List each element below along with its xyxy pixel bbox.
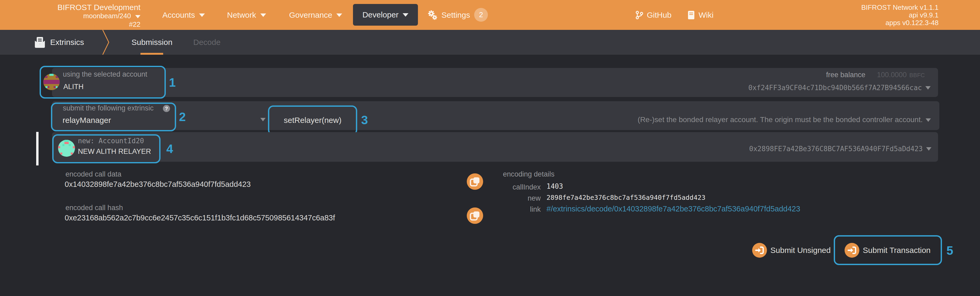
annotation-box-3 — [268, 106, 357, 135]
free-balance-unit: BBFC — [909, 72, 925, 79]
chevron-down-icon — [199, 13, 205, 17]
chevron-down-icon — [402, 13, 409, 17]
copy-call-hash-button[interactable] — [467, 208, 483, 224]
menu-settings[interactable]: Settings — [441, 11, 470, 19]
version-network: BIFROST Network v1.1.1 — [861, 4, 939, 11]
github-icon — [636, 11, 643, 19]
param-indent-bar — [36, 132, 38, 165]
chain-block-number: #22 — [0, 20, 140, 29]
annotation-number-2: 2 — [179, 111, 186, 123]
menu-governance[interactable]: Governance — [289, 11, 342, 19]
tab-active-underline — [140, 53, 163, 55]
annotation-box-5 — [834, 235, 942, 265]
chain-network-label: moonbeam/240 — [83, 12, 131, 20]
top-menu-bar: BIFROST Development moonbeam/240 #22 Acc… — [0, 0, 980, 30]
chain-network: moonbeam/240 — [0, 12, 140, 20]
chevron-down-icon — [926, 118, 931, 122]
detail-key-link: link — [530, 205, 541, 214]
detail-value-link[interactable]: #/extrinsics/decode/0x14032898fe7a42be37… — [547, 205, 800, 213]
mail-icon — [34, 36, 45, 48]
account-select-field[interactable] — [52, 68, 938, 97]
section-title: Extrinsics — [50, 38, 84, 47]
encoding-details-label: encoding details — [503, 170, 554, 178]
param-address-row[interactable]: 0x2898FE7a42Be376C8BC7AF536A940F7Fd5aDd4… — [749, 145, 931, 153]
book-icon — [687, 11, 695, 19]
chain-info[interactable]: BIFROST Development moonbeam/240 #22 — [0, 3, 140, 29]
menu-accounts-label: Accounts — [162, 11, 195, 19]
tab-divider — [101, 30, 111, 55]
link-github[interactable]: GitHub — [636, 11, 671, 19]
call-hash-value: 0xe23168ab562a2c7b9cc6e2457c35c6c151f1b3… — [65, 214, 335, 222]
annotation-number-5: 5 — [947, 245, 953, 257]
free-balance: free balance 100.0000 BBFC — [826, 71, 925, 79]
annotation-number-4: 4 — [166, 143, 173, 155]
tab-decode[interactable]: Decode — [193, 38, 220, 47]
chevron-down-icon — [260, 118, 266, 121]
tab-bar: Extrinsics Submission Decode — [0, 30, 980, 55]
account-address: 0xf24FF3a9CF04c71Dbc94D0b566f7A27B94566c… — [748, 84, 922, 92]
signin-icon — [752, 243, 767, 258]
chain-name: BIFROST Development — [0, 3, 140, 12]
tab-submission[interactable]: Submission — [132, 38, 172, 47]
call-data-value: 0x14032898fe7a42be376c8bc7af536a940f7fd5… — [65, 180, 251, 189]
chain-caret-icon — [135, 15, 140, 18]
copy-icon — [469, 175, 481, 188]
copy-icon — [469, 209, 481, 222]
menu-accounts[interactable]: Accounts — [162, 11, 205, 19]
call-data-label: encoded call data — [65, 170, 121, 178]
menu-network-label: Network — [227, 11, 256, 19]
annotation-number-3: 3 — [361, 114, 368, 126]
detail-key-new: new — [528, 194, 541, 202]
account-address-row[interactable]: 0xf24FF3a9CF04c71Dbc94D0b566f7A27B94566c… — [748, 84, 931, 92]
chevron-down-icon — [260, 13, 266, 17]
menu-network[interactable]: Network — [227, 11, 266, 19]
version-apps: apps v0.122.3-48 — [861, 19, 939, 27]
annotation-number-1: 1 — [169, 76, 176, 88]
param-address: 0x2898FE7a42Be376C8BC7AF536A940F7Fd5aDd4… — [749, 145, 923, 153]
version-api: api v9.9.1 — [861, 11, 939, 19]
menu-developer[interactable]: Developer — [353, 4, 418, 26]
free-balance-value: 100.0000 — [877, 71, 907, 79]
detail-value-callindex: 1403 — [547, 182, 563, 190]
chevron-down-icon — [336, 13, 342, 17]
detail-key-callindex: callIndex — [512, 183, 541, 191]
free-balance-label: free balance — [826, 71, 865, 79]
submit-unsigned-button[interactable]: Submit Unsigned — [752, 243, 830, 258]
submit-unsigned-label: Submit Unsigned — [770, 246, 830, 255]
chevron-down-icon — [925, 86, 931, 90]
copy-call-data-button[interactable] — [467, 173, 483, 190]
call-hash-label: encoded call hash — [65, 204, 123, 212]
annotation-box-2 — [51, 102, 176, 131]
chevron-down-icon — [926, 147, 931, 150]
version-info: BIFROST Network v1.1.1 api v9.9.1 apps v… — [861, 4, 939, 27]
detail-value-new: 2898fe7a42be376c8bc7af536a940f7fd5add423 — [547, 194, 705, 202]
settings-badge: 2 — [474, 8, 488, 22]
annotation-box-1 — [40, 66, 166, 99]
gears-icon — [427, 10, 438, 22]
annotation-box-4 — [52, 134, 161, 163]
method-description: (Re-)set the bonded relayer account. The… — [638, 115, 923, 124]
link-wiki[interactable]: Wiki — [687, 11, 714, 19]
